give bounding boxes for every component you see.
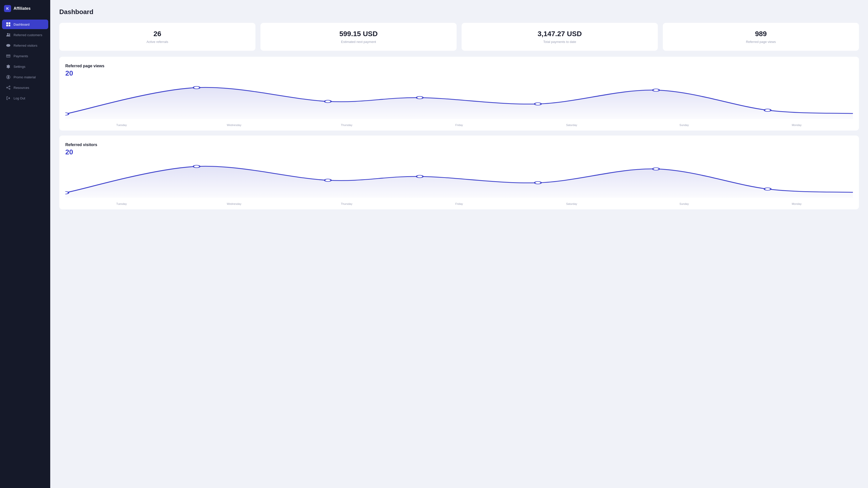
stat-value-total-payments: 3,147.27 USD [468,30,652,38]
chart-dot-3 [416,96,423,99]
svg-rect-0 [6,22,8,24]
chart-value-referred-page-views-chart: 20 [65,69,853,77]
stat-card-active-referrals: 26Active referrals [59,23,255,51]
sidebar-item-label-dashboard: Dashboard [13,23,30,26]
chart-dot-6 [764,109,771,111]
chart-day-label: Friday [403,202,516,205]
chart-dot-6 [764,188,771,190]
chart-day-label: Saturday [516,202,628,205]
chart-day-label: Sunday [628,202,740,205]
referred-customers-icon [6,33,10,37]
svg-line-18 [7,87,9,87]
svg-point-12 [7,76,9,78]
chart-day-label: Saturday [516,124,628,127]
chart-dot-4 [535,103,541,105]
sidebar-item-label-resources: Resources [13,86,29,90]
svg-rect-2 [6,25,8,26]
chart-day-label: Thursday [290,124,403,127]
promo-material-icon [6,75,10,79]
sidebar-item-label-promo-material: Promo material [13,75,36,79]
stat-value-referred-page-views: 989 [669,30,853,38]
sidebar-item-label-payments: Payments [13,54,28,58]
chart-labels-referred-page-views-chart: TuesdayWednesdayThursdayFridaySaturdaySu… [65,122,853,127]
chart-dot-1 [193,165,200,168]
chart-dot-0 [65,192,68,194]
chart-svg-referred-page-views-chart [65,82,853,119]
svg-rect-1 [8,22,10,24]
settings-icon [6,64,10,69]
log-out-icon [6,96,10,100]
resources-icon [6,85,10,90]
chart-dot-0 [65,113,68,115]
chart-svg-referred-visitors-chart [65,160,853,198]
stat-label-active-referrals: Active referrals [65,40,249,44]
stat-label-referred-page-views: Referred page views [669,40,853,44]
stat-label-estimated-payment: Estimated next payment [267,40,451,44]
chart-day-label: Tuesday [65,124,178,127]
sidebar-item-referred-visitors[interactable]: Referred visitors [2,41,48,50]
dashboard-icon [6,22,10,27]
svg-point-5 [9,34,10,35]
sidebar: K Affiliates DashboardReferred customers… [0,0,50,488]
stat-label-total-payments: Total payments to date [468,40,652,44]
brand-icon: K [4,5,11,12]
svg-rect-10 [6,56,10,56]
sidebar-item-resources[interactable]: Resources [2,83,48,92]
chart-day-label: Monday [740,202,853,205]
chart-title-referred-visitors-chart: Referred visitors [65,142,853,147]
charts-container: Referred page views20TuesdayWednesdayThu… [59,57,859,209]
chart-day-label: Wednesday [178,124,290,127]
sidebar-item-label-referred-visitors: Referred visitors [13,44,37,47]
sidebar-item-label-settings: Settings [13,65,25,68]
chart-day-label: Monday [740,124,853,127]
stat-value-active-referrals: 26 [65,30,249,38]
sidebar-item-referred-customers[interactable]: Referred customers [2,30,48,40]
sidebar-item-settings[interactable]: Settings [2,62,48,71]
stat-card-referred-page-views: 989Referred page views [663,23,859,51]
sidebar-item-promo-material[interactable]: Promo material [2,72,48,82]
svg-rect-3 [8,25,10,26]
stat-card-estimated-payment: 599.15 USDEstimated next payment [260,23,457,51]
referred-visitors-icon [6,43,10,48]
chart-day-label: Sunday [628,124,740,127]
sidebar-nav: DashboardReferred customersReferred visi… [0,17,50,105]
chart-svg-container-referred-page-views-chart [65,82,853,122]
chart-card-referred-page-views-chart: Referred page views20TuesdayWednesdayThu… [59,57,859,131]
chart-svg-container-referred-visitors-chart [65,160,853,200]
chart-dot-1 [193,86,200,89]
svg-line-19 [7,88,9,89]
svg-point-16 [6,87,7,88]
sidebar-item-payments[interactable]: Payments [2,51,48,61]
brand: K Affiliates [0,0,50,17]
chart-title-referred-page-views-chart: Referred page views [65,64,853,68]
chart-value-referred-visitors-chart: 20 [65,148,853,156]
main-content: Dashboard 26Active referrals599.15 USDEs… [50,0,868,488]
sidebar-item-label-referred-customers: Referred customers [13,33,42,37]
chart-day-label: Thursday [290,202,403,205]
chart-day-label: Wednesday [178,202,290,205]
chart-labels-referred-visitors-chart: TuesdayWednesdayThursdayFridaySaturdaySu… [65,200,853,205]
payments-icon [6,54,10,58]
chart-day-label: Friday [403,124,516,127]
chart-day-label: Tuesday [65,202,178,205]
sidebar-item-log-out[interactable]: Log Out [2,93,48,103]
sidebar-item-dashboard[interactable]: Dashboard [2,20,48,29]
chart-dot-3 [416,175,423,178]
chart-dot-2 [324,179,331,182]
stat-value-estimated-payment: 599.15 USD [267,30,451,38]
stat-card-total-payments: 3,147.27 USDTotal payments to date [462,23,658,51]
sidebar-item-label-log-out: Log Out [13,96,25,100]
chart-dot-4 [535,182,541,184]
chart-dot-2 [324,100,331,103]
stats-grid: 26Active referrals599.15 USDEstimated ne… [59,23,859,51]
chart-dot-5 [653,168,659,170]
chart-card-referred-visitors-chart: Referred visitors20TuesdayWednesdayThurs… [59,135,859,209]
page-title: Dashboard [59,8,859,16]
svg-point-17 [9,88,10,89]
svg-point-15 [9,86,10,87]
chart-dot-5 [653,89,659,91]
brand-name: Affiliates [13,6,31,11]
svg-point-8 [8,45,9,46]
svg-point-4 [7,33,8,35]
